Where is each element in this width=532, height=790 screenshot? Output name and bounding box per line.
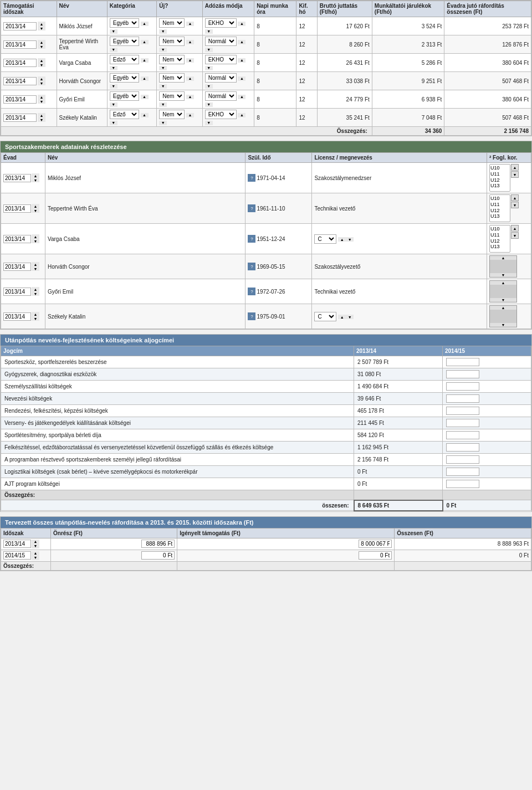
evad-input[interactable] xyxy=(3,22,37,30)
onresz-input[interactable] xyxy=(141,551,175,560)
uj-up-btn[interactable]: ▲ xyxy=(186,95,194,99)
evad2-down[interactable]: ▼ xyxy=(32,266,39,271)
uj-select[interactable]: Nem Igen xyxy=(159,37,185,46)
uj-down-btn[interactable]: ▼ xyxy=(159,84,167,89)
date-icon[interactable]: ? xyxy=(248,312,255,320)
adozas-up-btn[interactable]: ▲ xyxy=(238,22,245,26)
date-icon[interactable]: ? xyxy=(248,235,255,243)
evad-up-btn[interactable]: ▲ xyxy=(38,58,45,63)
evad-up-btn[interactable]: ▲ xyxy=(38,76,45,81)
fogl-up-btn[interactable]: ▲ xyxy=(511,164,519,171)
evad-input[interactable] xyxy=(3,114,37,122)
cell-uj[interactable]: Nem Igen ▲ ▼ xyxy=(157,54,202,72)
evad2-up[interactable]: ▲ xyxy=(32,262,39,266)
adozas-down-btn[interactable]: ▼ xyxy=(205,121,213,125)
uj-select[interactable]: Nem Igen xyxy=(159,55,185,64)
val2014-input[interactable] xyxy=(446,443,479,452)
idoszak-down[interactable]: ▼ xyxy=(32,544,39,548)
cell-adozas[interactable]: EKHO Normál ▲ ▼ xyxy=(202,90,254,109)
cell-adozas[interactable]: EKHO Normál ▲ ▼ xyxy=(202,54,254,72)
fogl-select[interactable]: U10U11U12U13 xyxy=(489,164,510,192)
fogl-down-btn[interactable]: ▼ xyxy=(511,202,519,208)
uj-up-btn[interactable]: ▲ xyxy=(186,113,194,117)
evad2-input[interactable] xyxy=(3,288,31,296)
uj-down-btn[interactable]: ▼ xyxy=(159,102,167,107)
adozas-up-btn[interactable]: ▲ xyxy=(238,95,245,99)
uj-down-btn[interactable]: ▼ xyxy=(159,29,167,34)
uj-up-btn[interactable]: ▲ xyxy=(186,22,194,26)
val2014-cell[interactable] xyxy=(443,454,531,466)
val2014-cell[interactable] xyxy=(443,466,531,478)
val2014-cell[interactable] xyxy=(443,381,531,393)
idoszak-up[interactable]: ▲ xyxy=(32,551,39,556)
idoszak-input[interactable] xyxy=(3,551,31,560)
evad2-down[interactable]: ▼ xyxy=(32,178,39,182)
evad2-up[interactable]: ▲ xyxy=(32,287,39,291)
date-icon[interactable]: ? xyxy=(248,288,255,295)
evad-input[interactable] xyxy=(3,95,37,104)
cell-kat[interactable]: Egyéb Edző ▲ ▼ xyxy=(107,90,156,109)
fogl-bot-btn[interactable]: ▼ xyxy=(490,273,516,277)
evad2-input[interactable] xyxy=(3,263,31,271)
kat-down-btn[interactable]: ▼ xyxy=(110,29,117,34)
onresz-input[interactable] xyxy=(141,540,175,548)
igenyelt-input[interactable] xyxy=(359,540,392,548)
kat-select[interactable]: Egyéb Edző xyxy=(110,91,139,101)
igenyelt-input[interactable] xyxy=(359,551,392,560)
kat-select[interactable]: Egyéb Edző xyxy=(110,18,139,28)
val2014-cell[interactable] xyxy=(443,417,531,429)
evad2-input[interactable] xyxy=(3,312,31,321)
evad-down-btn[interactable]: ▼ xyxy=(38,26,45,30)
evad2-up[interactable]: ▲ xyxy=(32,234,39,239)
fogl-select[interactable]: U10U11U12U13 xyxy=(489,194,510,222)
kat-down-btn[interactable]: ▼ xyxy=(110,121,117,125)
cell-uj[interactable]: Nem Igen ▲ ▼ xyxy=(157,90,202,109)
kat-select[interactable]: Egyéb Edző xyxy=(110,110,139,119)
adozas-up-btn[interactable]: ▲ xyxy=(238,58,245,63)
evad-up-btn[interactable]: ▲ xyxy=(38,95,45,99)
uj-down-btn[interactable]: ▼ xyxy=(159,121,167,125)
uj-select[interactable]: Nem Igen xyxy=(159,73,185,83)
evad-up-btn[interactable]: ▲ xyxy=(38,22,45,26)
uj-up-btn[interactable]: ▲ xyxy=(186,76,194,81)
kat-up-btn[interactable]: ▲ xyxy=(141,40,149,44)
licensz-select[interactable]: C xyxy=(314,234,336,244)
cell-adozas[interactable]: EKHO Normál ▲ ▼ xyxy=(202,72,254,90)
val2014-cell[interactable] xyxy=(443,405,531,417)
adozas-down-btn[interactable]: ▼ xyxy=(205,84,213,89)
kat-down-btn[interactable]: ▼ xyxy=(110,48,117,52)
evad-up-btn[interactable]: ▲ xyxy=(38,113,45,117)
val2014-input[interactable] xyxy=(446,431,479,439)
fogl-top-btn[interactable]: ▲ xyxy=(490,256,516,260)
kat-select[interactable]: Egyéb Edző xyxy=(110,37,139,46)
licensz-up[interactable]: ▲ xyxy=(338,237,346,242)
kat-up-btn[interactable]: ▲ xyxy=(141,95,149,99)
cell-uj[interactable]: Nem Igen ▲ ▼ xyxy=(157,72,202,90)
fogl-select[interactable]: U10U11U12U13 xyxy=(489,225,510,253)
val2014-cell[interactable] xyxy=(443,429,531,442)
kat-down-btn[interactable]: ▼ xyxy=(110,66,117,70)
val2014-input[interactable] xyxy=(446,358,479,366)
val2014-input[interactable] xyxy=(446,382,479,391)
evad-down-btn[interactable]: ▼ xyxy=(38,117,45,122)
val2014-input[interactable] xyxy=(446,407,479,415)
adozas-up-btn[interactable]: ▲ xyxy=(238,40,245,44)
licensz-select[interactable]: C xyxy=(314,312,336,321)
val2014-input[interactable] xyxy=(446,468,479,476)
kat-select[interactable]: Egyéb Edző xyxy=(110,73,139,83)
date-icon[interactable]: ? xyxy=(248,263,255,270)
cell-onresz[interactable] xyxy=(51,550,177,561)
evad2-up[interactable]: ▲ xyxy=(32,204,39,208)
evad-input[interactable] xyxy=(3,59,37,67)
adozas-up-btn[interactable]: ▲ xyxy=(238,113,245,117)
val2014-input[interactable] xyxy=(446,419,479,427)
evad-down-btn[interactable]: ▼ xyxy=(38,63,45,67)
adozas-down-btn[interactable]: ▼ xyxy=(205,66,213,70)
uj-select[interactable]: Nem Igen xyxy=(159,91,185,101)
fogl-up-btn[interactable]: ▲ xyxy=(511,225,519,232)
fogl-bot-btn[interactable]: ▼ xyxy=(490,298,516,302)
cell-kat[interactable]: Egyéb Edző ▲ ▼ xyxy=(107,72,156,90)
val2014-cell[interactable] xyxy=(443,368,531,381)
adozas-down-btn[interactable]: ▼ xyxy=(205,48,213,52)
evad-input[interactable] xyxy=(3,77,37,85)
